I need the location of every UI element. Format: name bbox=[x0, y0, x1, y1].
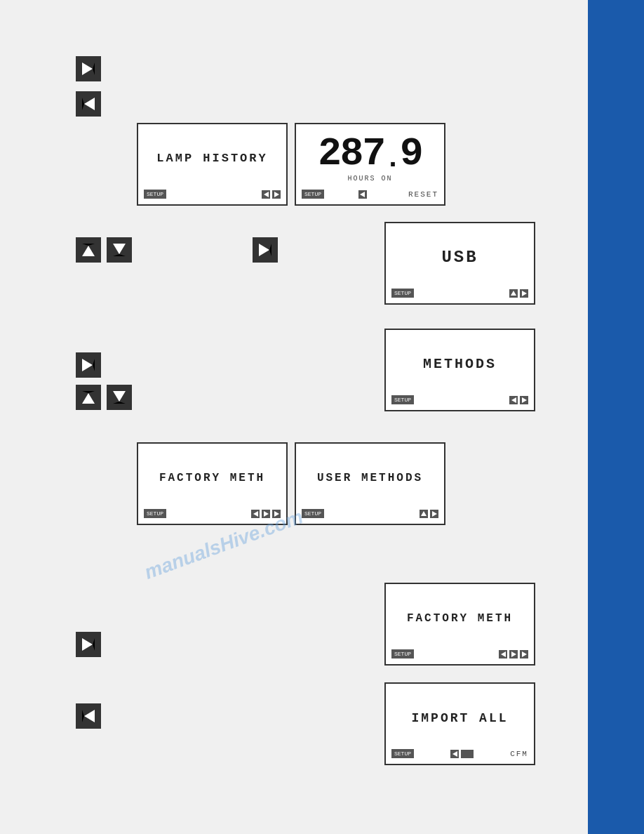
down-arrow-icon-2 bbox=[113, 391, 126, 404]
left-arrow-icon-1 bbox=[82, 98, 95, 110]
hours-on-reset: RESET bbox=[408, 190, 438, 199]
user-methods-text: USER METHODS bbox=[302, 449, 438, 506]
methods-nav bbox=[509, 396, 528, 404]
factory-meth-screen-2: FACTORY METH SETUP bbox=[384, 583, 535, 666]
right-arrow-button-4[interactable] bbox=[76, 632, 101, 657]
methods-nav-left[interactable] bbox=[509, 396, 518, 404]
import-all-setup: SETUP bbox=[391, 749, 414, 758]
right-arrow-icon-1 bbox=[82, 62, 95, 75]
usb-nav-right[interactable] bbox=[520, 289, 528, 298]
hours-on-bottom: SETUP RESET bbox=[302, 190, 438, 199]
factory-meth-nav-right-4[interactable] bbox=[520, 650, 528, 658]
down-arrow-button-2[interactable] bbox=[107, 385, 132, 410]
methods-text: METHODS bbox=[391, 336, 528, 392]
factory-meth-nav-right-2[interactable] bbox=[272, 510, 281, 518]
left-arrow-icon-2 bbox=[82, 710, 95, 722]
methods-bottom: SETUP bbox=[391, 395, 528, 404]
up-down-buttons-2 bbox=[76, 385, 132, 410]
right-arrow-icon-3 bbox=[82, 359, 95, 371]
up-arrow-icon-2 bbox=[82, 391, 95, 404]
right-arrow-button-2[interactable] bbox=[253, 237, 278, 263]
usb-setup: SETUP bbox=[391, 289, 414, 298]
factory-meth-bottom-1: SETUP bbox=[144, 509, 281, 518]
factory-meth-nav-right-1[interactable] bbox=[262, 510, 270, 518]
lamp-history-bottom: SETUP bbox=[144, 190, 281, 199]
down-arrow-button-1[interactable] bbox=[107, 237, 132, 263]
factory-meth-screen-1: FACTORY METH SETUP bbox=[137, 442, 288, 525]
lamp-history-nav-left[interactable] bbox=[262, 190, 270, 199]
left-arrow-button-2[interactable] bbox=[76, 703, 101, 729]
import-all-nav bbox=[450, 750, 474, 758]
lamp-history-nav bbox=[262, 190, 281, 199]
factory-meth-text-2: FACTORY METH bbox=[391, 590, 528, 647]
factory-meth-nav-1 bbox=[251, 510, 281, 518]
hours-on-setup: SETUP bbox=[302, 190, 324, 199]
import-all-cfm: CFM bbox=[510, 750, 528, 758]
hours-on-number: 287.9 bbox=[318, 134, 422, 173]
lamp-history-screen: LAMP HISTORY SETUP bbox=[137, 123, 288, 206]
user-methods-nav bbox=[420, 510, 438, 518]
factory-meth-nav-left-1[interactable] bbox=[251, 510, 260, 518]
main-content: LAMP HISTORY SETUP 287.9 HOURS ON SETUP … bbox=[0, 0, 588, 834]
factory-meth-setup-1: SETUP bbox=[144, 509, 166, 518]
hours-on-label: HOURS ON bbox=[347, 175, 392, 183]
right-arrow-button-3[interactable] bbox=[76, 352, 101, 378]
usb-text: USB bbox=[391, 229, 528, 286]
left-arrow-button-1[interactable] bbox=[76, 91, 101, 117]
up-arrow-icon-1 bbox=[82, 244, 95, 256]
import-all-bottom: SETUP CFM bbox=[391, 749, 528, 758]
hours-on-nav bbox=[358, 190, 375, 199]
usb-bottom: SETUP bbox=[391, 289, 528, 298]
import-all-nav-left[interactable] bbox=[450, 750, 459, 758]
usb-screen: USB SETUP bbox=[384, 222, 535, 305]
right-sidebar bbox=[588, 0, 644, 834]
hours-on-screen: 287.9 HOURS ON SETUP RESET bbox=[295, 123, 445, 206]
methods-nav-right[interactable] bbox=[520, 396, 528, 404]
right-arrow-button-1[interactable] bbox=[76, 56, 101, 81]
methods-screen: METHODS SETUP bbox=[384, 329, 535, 411]
factory-meth-text-1: FACTORY METH bbox=[144, 449, 281, 506]
user-methods-bottom: SETUP bbox=[302, 509, 438, 518]
import-all-screen: IMPORT ALL SETUP CFM bbox=[384, 682, 535, 765]
user-methods-screen: USER METHODS SETUP bbox=[295, 442, 445, 525]
up-down-buttons-1 bbox=[76, 237, 132, 263]
up-arrow-button-2[interactable] bbox=[76, 385, 101, 410]
user-methods-nav-right[interactable] bbox=[430, 510, 438, 518]
factory-meth-setup-2: SETUP bbox=[391, 649, 414, 658]
down-arrow-icon-1 bbox=[113, 244, 126, 256]
up-arrow-button-1[interactable] bbox=[76, 237, 101, 263]
right-arrow-icon-2 bbox=[259, 244, 271, 256]
right-arrow-icon-4 bbox=[82, 638, 95, 651]
factory-meth-nav-left-2[interactable] bbox=[499, 650, 507, 658]
lamp-history-setup: SETUP bbox=[144, 190, 166, 199]
user-methods-setup: SETUP bbox=[302, 509, 324, 518]
methods-setup: SETUP bbox=[391, 395, 414, 404]
factory-meth-bottom-2: SETUP bbox=[391, 649, 528, 658]
usb-nav bbox=[509, 289, 528, 298]
user-methods-nav-up[interactable] bbox=[420, 510, 428, 518]
hours-on-nav-left[interactable] bbox=[358, 190, 367, 199]
usb-nav-up[interactable] bbox=[509, 289, 518, 298]
factory-meth-nav-2 bbox=[499, 650, 528, 658]
lamp-history-text: LAMP HISTORY bbox=[144, 130, 281, 187]
factory-meth-nav-right-3[interactable] bbox=[509, 650, 518, 658]
import-all-text: IMPORT ALL bbox=[391, 689, 528, 746]
lamp-history-nav-right[interactable] bbox=[272, 190, 281, 199]
